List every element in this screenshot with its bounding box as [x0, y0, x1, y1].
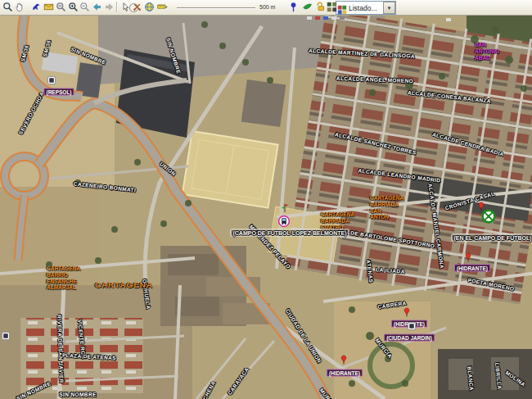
layer-manager-button[interactable] [327, 2, 338, 13]
legend-grid-icon [337, 3, 347, 13]
map-viewport[interactable]: SM 36SM 36SIN NOMBRESIN NOMBRESEVERO OCH… [0, 15, 532, 399]
gis-application-window: 500 m Listado... ▼ [0, 0, 532, 399]
mini-flag-icon[interactable] [281, 203, 289, 213]
next-view-button[interactable] [104, 2, 115, 13]
poi-box-icon[interactable] [2, 332, 11, 341]
previous-view-button[interactable] [92, 2, 103, 13]
scale-label: 500 m [259, 4, 275, 10]
pin-view-button[interactable] [288, 2, 300, 13]
map-toolbar: 500 m Listado... ▼ [0, 0, 532, 16]
globe-view-button[interactable] [144, 2, 156, 13]
unlock-layers-button[interactable] [315, 2, 327, 13]
zoom-in-button[interactable] [68, 2, 79, 13]
measure-tool-button[interactable] [157, 2, 169, 13]
poi-box-icon[interactable] [47, 76, 56, 85]
select-tool-button[interactable] [120, 2, 132, 13]
clear-selection-button[interactable] [132, 2, 143, 13]
bus-stop-icon[interactable] [278, 215, 291, 228]
view-manager-button[interactable] [43, 2, 55, 13]
locate-tool-button[interactable] [31, 2, 43, 13]
red-pin-icon[interactable] [477, 202, 486, 212]
layer-list-value: Listado... [349, 4, 383, 12]
scale-slider[interactable] [177, 7, 255, 9]
zoom-window-button[interactable] [56, 2, 67, 13]
toolbar-divider [116, 2, 118, 12]
red-pin-icon[interactable] [464, 252, 473, 263]
poi-box-icon[interactable] [408, 322, 417, 331]
red-pin-icon[interactable] [340, 355, 349, 365]
pan-tool-button[interactable] [15, 2, 26, 13]
dropdown-arrow-icon[interactable]: ▼ [383, 2, 395, 14]
layer-list-dropdown[interactable]: Listado... ▼ [336, 1, 396, 15]
zoom-tool-button[interactable] [2, 2, 14, 13]
quick-pan-button[interactable] [302, 2, 313, 13]
red-pin-icon[interactable] [403, 307, 412, 318]
zoom-out-button[interactable] [79, 2, 91, 13]
